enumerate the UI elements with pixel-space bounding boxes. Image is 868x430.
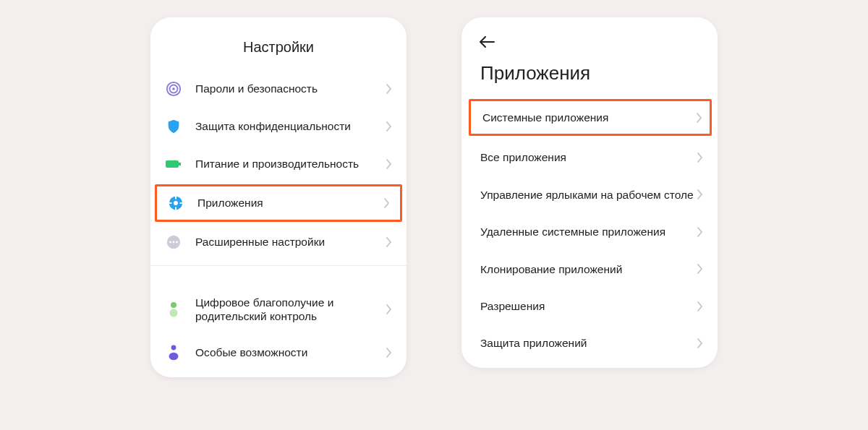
settings-item-label: Пароли и безопасность — [195, 82, 386, 95]
svg-point-2 — [172, 87, 175, 90]
chevron-right-icon — [697, 227, 703, 237]
svg-point-13 — [173, 241, 175, 244]
apps-item-label: Управление ярлыками на рабочем столе — [480, 188, 697, 202]
chevron-right-icon — [386, 237, 392, 247]
settings-item-battery[interactable]: Питание и производительность — [150, 145, 407, 183]
svg-rect-8 — [175, 207, 176, 210]
gear-icon — [167, 194, 184, 212]
settings-item-privacy[interactable]: Защита конфиденциальности — [150, 108, 407, 145]
svg-rect-4 — [179, 163, 181, 165]
svg-rect-3 — [166, 160, 179, 168]
settings-item-accessibility[interactable]: Особые возможности — [150, 334, 407, 371]
settings-item-label: Особые возможности — [195, 345, 386, 359]
apps-item-label: Клонирование приложений — [480, 262, 697, 276]
chevron-right-icon — [697, 301, 703, 311]
settings-item-label: Приложения — [197, 196, 384, 210]
chevron-right-icon — [697, 152, 703, 163]
chevron-right-icon — [386, 84, 392, 94]
svg-rect-9 — [169, 202, 172, 204]
settings-item-apps[interactable]: Приложения — [155, 184, 402, 222]
chevron-right-icon — [384, 198, 390, 208]
apps-item-label: Системные приложения — [482, 111, 697, 124]
shield-icon — [165, 118, 182, 135]
chevron-right-icon — [386, 121, 392, 132]
apps-item-label: Удаленные системные приложения — [480, 225, 697, 238]
chevron-right-icon — [697, 338, 703, 348]
chevron-right-icon — [697, 264, 703, 274]
chevron-right-icon — [697, 113, 702, 123]
svg-point-6 — [174, 201, 178, 205]
apps-item-label: Все приложения — [480, 150, 697, 164]
apps-item-label: Защита приложений — [480, 336, 697, 350]
svg-point-12 — [169, 241, 171, 244]
apps-item-removed-system[interactable]: Удаленные системные приложения — [461, 213, 718, 250]
dots-icon — [165, 233, 182, 251]
svg-point-17 — [171, 345, 176, 350]
chevron-right-icon — [386, 348, 392, 358]
apps-screen: Приложения Системные приложения Все прил… — [461, 17, 718, 368]
apps-item-permissions[interactable]: Разрешения — [461, 288, 718, 324]
svg-rect-10 — [180, 202, 183, 204]
settings-item-wellbeing[interactable]: Цифровое благополучие и родительский кон… — [150, 285, 407, 334]
svg-point-14 — [176, 241, 178, 244]
chevron-right-icon — [386, 159, 392, 169]
battery-icon — [165, 155, 182, 173]
svg-point-16 — [170, 309, 178, 317]
chevron-right-icon — [386, 304, 392, 314]
section-divider — [150, 265, 407, 285]
apps-item-label: Разрешения — [480, 299, 697, 313]
accessibility-icon — [165, 344, 182, 361]
svg-point-18 — [169, 353, 179, 360]
back-button[interactable] — [479, 36, 703, 48]
page-title: Настройки — [150, 17, 407, 70]
settings-item-label: Защита конфиденциальности — [195, 119, 386, 133]
page-title: Приложения — [461, 52, 718, 98]
settings-screen: Настройки Пароли и безопасность Защита к… — [150, 17, 407, 377]
apps-item-protection[interactable]: Защита приложений — [461, 324, 718, 361]
settings-item-label: Цифровое благополучие и родительский кон… — [195, 296, 386, 324]
svg-rect-7 — [175, 197, 176, 199]
wellbeing-icon — [165, 301, 182, 318]
settings-item-advanced[interactable]: Расширенные настройки — [150, 223, 407, 261]
settings-item-label: Питание и производительность — [195, 157, 386, 171]
svg-point-15 — [171, 302, 176, 308]
apps-item-clone[interactable]: Клонирование приложений — [461, 251, 718, 288]
settings-item-label: Расширенные настройки — [195, 235, 386, 249]
apps-item-all[interactable]: Все приложения — [461, 139, 718, 176]
chevron-right-icon — [697, 189, 703, 199]
apps-item-system[interactable]: Системные приложения — [469, 99, 712, 136]
settings-item-passwords[interactable]: Пароли и безопасность — [150, 70, 407, 108]
apps-item-shortcuts[interactable]: Управление ярлыками на рабочем столе — [461, 176, 718, 213]
fingerprint-icon — [165, 80, 182, 98]
